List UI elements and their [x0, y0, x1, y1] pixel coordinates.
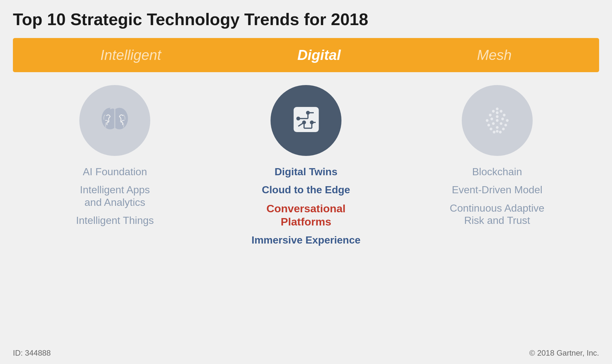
svg-point-29: [487, 124, 490, 126]
svg-point-37: [499, 131, 501, 133]
digital-item-2: Cloud to the Edge: [262, 184, 350, 196]
svg-point-14: [310, 120, 314, 124]
svg-point-18: [496, 111, 498, 114]
banner-intelligent: Intelligent: [100, 47, 161, 63]
svg-point-32: [504, 124, 507, 126]
category-banner: Intelligent Digital Mesh: [13, 38, 599, 72]
svg-point-19: [492, 110, 494, 112]
mesh-item-1: Blockchain: [472, 166, 522, 178]
footer-copyright: © 2018 Gartner, Inc.: [529, 349, 599, 358]
svg-point-30: [492, 122, 494, 125]
svg-point-21: [489, 114, 491, 116]
page-title: Top 10 Strategic Technology Trends for 2…: [13, 10, 599, 29]
svg-point-23: [503, 114, 505, 116]
banner-digital: Digital: [297, 47, 341, 63]
intelligent-item-2: Intelligent Appsand Analytics: [80, 184, 150, 208]
svg-point-12: [306, 111, 310, 115]
brain-icon: [95, 101, 134, 140]
svg-point-17: [496, 108, 498, 110]
svg-point-35: [502, 128, 505, 130]
intelligent-column: AI Foundation Intelligent Appsand Analyt…: [34, 85, 195, 227]
digital-item-3: ConversationalPlatforms: [266, 202, 346, 228]
circuit-icon-circle: [271, 85, 341, 156]
globe-icon-circle: [462, 85, 533, 156]
svg-point-27: [501, 118, 504, 120]
svg-point-20: [499, 110, 502, 112]
svg-point-33: [489, 128, 492, 130]
footer-id: ID: 344888: [13, 349, 51, 358]
svg-point-34: [496, 126, 498, 129]
globe-icon: [478, 101, 517, 140]
svg-point-26: [496, 119, 498, 122]
circuit-icon: [287, 101, 325, 140]
page-footer: ID: 344888 © 2018 Gartner, Inc.: [13, 345, 599, 358]
content-area: AI Foundation Intelligent Appsand Analyt…: [13, 85, 599, 345]
mesh-item-3: Continuous AdaptiveRisk and Trust: [450, 202, 545, 227]
svg-point-31: [499, 122, 502, 125]
intelligent-item-3: Intelligent Things: [76, 214, 154, 226]
digital-column: Digital Twins Cloud to the Edge Conversa…: [225, 85, 387, 246]
mesh-item-2: Event-Driven Model: [452, 184, 542, 196]
intelligent-items: AI Foundation Intelligent Appsand Analyt…: [76, 166, 154, 227]
intelligent-item-1: AI Foundation: [83, 166, 147, 178]
mesh-items: Blockchain Event-Driven Model Continuous…: [450, 166, 545, 227]
digital-item-1: Digital Twins: [274, 166, 337, 178]
svg-point-28: [506, 119, 508, 122]
mesh-column: Blockchain Event-Driven Model Continuous…: [417, 85, 578, 227]
svg-point-24: [486, 119, 488, 122]
digital-items: Digital Twins Cloud to the Edge Conversa…: [252, 166, 360, 246]
svg-point-22: [496, 115, 498, 118]
svg-point-11: [296, 117, 300, 120]
svg-point-25: [490, 118, 493, 120]
brain-icon-circle: [79, 85, 150, 156]
svg-point-38: [496, 130, 498, 132]
svg-point-36: [493, 131, 495, 133]
digital-item-4: Immersive Experience: [252, 234, 360, 246]
page-wrapper: Top 10 Strategic Technology Trends for 2…: [0, 0, 612, 364]
banner-mesh: Mesh: [477, 47, 512, 63]
